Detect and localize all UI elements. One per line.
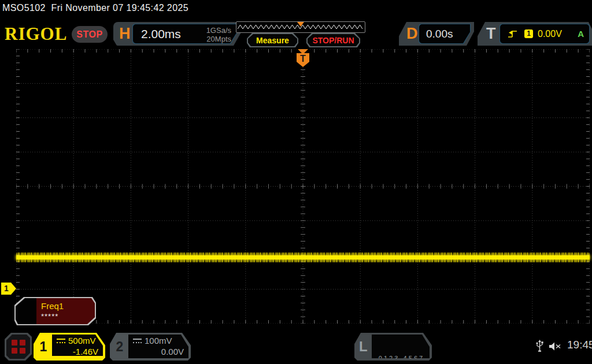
run-state-indicator: STOP [72, 26, 108, 43]
usb-icon [535, 340, 544, 354]
waveform-display-area: T [16, 49, 590, 324]
sample-rate: 1GSa/s [206, 26, 231, 35]
stop-run-button[interactable]: STOP/RUN [306, 33, 360, 47]
clock: 19:45 [567, 339, 592, 351]
channel1-number: 1 [34, 333, 53, 361]
graticule-grid [16, 49, 590, 324]
channel1-scale: 500mV [68, 336, 96, 346]
timebase-value: 2.00ms [141, 27, 181, 41]
dc-coupling-icon [133, 339, 142, 343]
grid-icon [12, 340, 25, 354]
logic-channels-block[interactable]: L 0 1 2 3 4 5 6 7 8 9 10 11 12 13 14 15 [354, 333, 432, 361]
logic-channels-row1: 0 1 2 3 4 5 6 7 [372, 354, 430, 362]
logic-label: L [359, 339, 368, 355]
measure-button[interactable]: Measure [247, 33, 298, 47]
channel1-trace [16, 252, 590, 262]
channel2-offset: 0.00V [133, 347, 184, 356]
channel-status-bar: 1 500mV -1.46V 2 100mV 0.00V L [0, 329, 592, 364]
waveform-preview-strip[interactable] [236, 21, 365, 33]
channel1-position-marker[interactable]: 1 [1, 283, 16, 295]
trigger-position-label: T [297, 53, 309, 67]
toolbar: RIGOL STOP H 2.00ms 1GSa/s 20Mpts Measu [0, 21, 592, 47]
speaker-muted-icon [548, 341, 562, 351]
rigol-logo: RIGOL [5, 24, 67, 44]
trigger-level-value: 0.00V [538, 29, 562, 39]
horizontal-settings-block[interactable]: H 2.00ms 1GSa/s 20Mpts [113, 22, 242, 46]
trigger-settings-block[interactable]: T 1 0.00V A [478, 22, 592, 46]
trigger-source-badge: 1 [524, 29, 533, 38]
status-headline: MSO5102 Fri November 07 19:45:42 2025 [2, 3, 188, 13]
measurement-result-box[interactable]: Freq1 ***** [14, 297, 96, 325]
delay-settings-block[interactable]: D 0.00s [399, 22, 474, 46]
channel1-offset: -1.46V [57, 347, 98, 356]
preview-trigger-position-icon [297, 22, 304, 27]
rising-edge-icon [507, 29, 519, 39]
channel2-status-block[interactable]: 2 100mV 0.00V [110, 333, 191, 361]
measurement-value: ***** [41, 312, 58, 321]
oscilloscope-screen: MSO5102 Fri November 07 19:45:42 2025 RI… [0, 0, 592, 364]
trigger-label: T [486, 25, 496, 43]
measurement-label: Freq1 [41, 301, 64, 311]
delay-value: 0.00s [426, 28, 453, 40]
horizontal-label: H [119, 25, 131, 43]
dc-coupling-icon [57, 339, 65, 343]
trigger-sweep-mode: A [578, 29, 584, 39]
measure-button-label: Measure [248, 34, 297, 46]
display-layout-button[interactable] [5, 333, 32, 361]
stop-run-button-label: STOP/RUN [308, 34, 359, 46]
delay-label: D [406, 25, 418, 43]
channel2-number: 2 [110, 333, 130, 361]
trigger-position-marker[interactable]: T [295, 49, 310, 67]
timebase-box: 2.00ms 1GSa/s 20Mpts [132, 24, 238, 44]
channel1-status-block[interactable]: 1 500mV -1.46V [34, 333, 105, 361]
channel2-scale: 100mV [145, 336, 172, 346]
memory-depth: 20Mpts [206, 35, 231, 43]
